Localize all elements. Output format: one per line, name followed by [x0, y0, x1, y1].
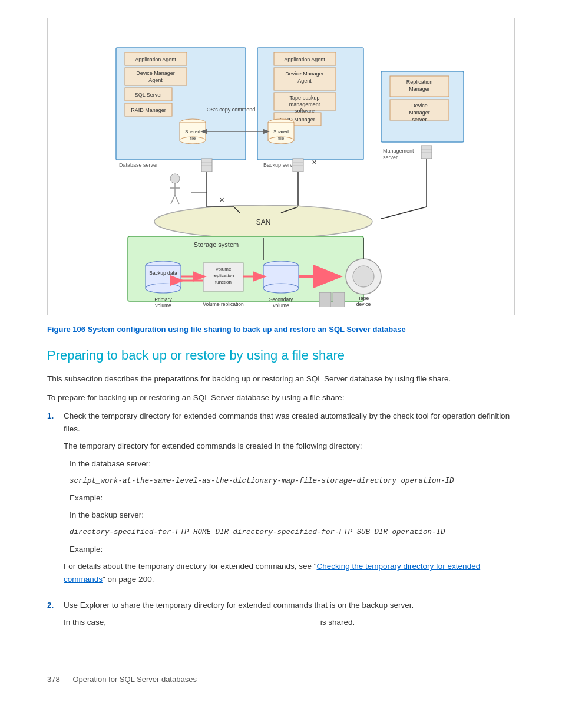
step-1-db-server: In the database server: script_work-at-t…: [70, 457, 515, 504]
step-2-detail-suffix: is shared.: [320, 618, 355, 627]
figure-caption: Figure 106 System configuration using fi…: [47, 325, 515, 334]
step-1-main: Check the temporary directory for extend…: [64, 410, 515, 435]
step-2-detail-text: In this case,: [64, 618, 106, 627]
svg-text:Tape: Tape: [358, 295, 369, 301]
svg-text:Storage system: Storage system: [194, 241, 239, 248]
backup-server-example: Example:: [70, 543, 515, 556]
db-server-label: In the database server:: [70, 457, 515, 470]
svg-text:Shared: Shared: [185, 129, 200, 134]
section-title: Preparing to back up or restore by using…: [47, 348, 515, 363]
step-1: 1. Check the temporary directory for ext…: [47, 410, 515, 590]
svg-text:Application Agent: Application Agent: [135, 57, 176, 62]
svg-text:Tape backup: Tape backup: [289, 95, 319, 101]
svg-text:Backup server: Backup server: [263, 162, 297, 168]
intro-1: This subsection describes the preparatio…: [47, 373, 515, 386]
step-2-detail: In this case, is shared.: [64, 616, 515, 629]
svg-text:Device Manager: Device Manager: [285, 71, 324, 77]
step-2: 2. Use Explorer to share the temporary d…: [47, 599, 515, 634]
footer-text: Operation for SQL Server databases: [72, 675, 197, 684]
svg-text:volume: volume: [273, 302, 289, 307]
svg-text:Database server: Database server: [119, 162, 158, 168]
svg-point-76: [146, 284, 181, 293]
svg-text:server: server: [412, 117, 427, 123]
svg-point-56: [170, 174, 180, 183]
svg-text:Volume replication: Volume replication: [203, 301, 244, 307]
svg-text:volume: volume: [155, 302, 171, 307]
svg-rect-16: [201, 159, 212, 172]
step-1-backup-server: In the backup server: directory-specifie…: [70, 509, 515, 555]
svg-text:Application Agent: Application Agent: [284, 57, 325, 62]
svg-text:file: file: [278, 136, 285, 141]
diagram-svg: Application Agent Device Manager Agent S…: [54, 24, 508, 307]
step-1-num: 1.: [47, 410, 58, 590]
svg-text:Backup data: Backup data: [149, 270, 177, 276]
step-1-detail2-prefix: For details about the temporary director…: [64, 562, 317, 571]
svg-text:function: function: [215, 279, 232, 285]
svg-text:Device Manager: Device Manager: [136, 70, 175, 76]
svg-text:Shared: Shared: [273, 129, 289, 134]
svg-text:SQL Server: SQL Server: [135, 92, 163, 98]
diagram-container: Application Agent Device Manager Agent S…: [47, 18, 515, 315]
step-1-detail2-suffix: " on page 200.: [103, 575, 154, 584]
svg-rect-53: [421, 146, 432, 159]
svg-text:device: device: [356, 301, 371, 307]
steps-list: 1. Check the temporary directory for ext…: [47, 410, 515, 634]
db-server-code: script_work-at-the-same-level-as-the-dic…: [70, 475, 515, 487]
svg-text:✕: ✕: [219, 196, 224, 203]
svg-text:Volume: Volume: [216, 266, 232, 272]
svg-text:replication: replication: [213, 273, 234, 278]
svg-line-59: [171, 195, 175, 204]
step-2-main: Use Explorer to share the temporary dire…: [64, 599, 515, 612]
step-1-detail1: The temporary directory for extended com…: [64, 440, 515, 453]
db-server-example: Example:: [70, 492, 515, 505]
svg-text:Management: Management: [383, 148, 414, 154]
svg-text:Primary: Primary: [154, 297, 172, 302]
svg-text:Secondary: Secondary: [269, 297, 293, 302]
intro-2: To prepare for backing up or restoring a…: [47, 391, 515, 404]
svg-text:RAID Manager: RAID Manager: [131, 107, 166, 113]
svg-rect-39: [293, 159, 303, 172]
svg-line-71: [381, 207, 427, 219]
svg-line-60: [175, 195, 179, 204]
svg-text:Manager: Manager: [409, 86, 430, 92]
svg-text:Manager: Manager: [409, 110, 430, 116]
svg-text:Agent: Agent: [148, 77, 163, 83]
footer: 378 Operation for SQL Server databases: [47, 669, 515, 684]
backup-server-label: In the backup server:: [70, 509, 515, 522]
page: Application Agent Device Manager Agent S…: [0, 0, 562, 707]
svg-text:OS's copy commend: OS's copy commend: [207, 107, 256, 113]
step-1-content: Check the temporary directory for extend…: [64, 410, 515, 590]
backup-server-code: directory-specified-for-FTP_HOME_DIR dir…: [70, 526, 515, 538]
step-1-detail2: For details about the temporary director…: [64, 560, 515, 585]
svg-text:Agent: Agent: [297, 78, 312, 84]
svg-text:management: management: [289, 101, 320, 107]
svg-point-88: [263, 284, 299, 293]
svg-text:Replication: Replication: [406, 79, 433, 85]
svg-point-96: [353, 266, 374, 287]
svg-text:✕: ✕: [312, 159, 317, 166]
footer-page-num: 378: [47, 675, 60, 684]
svg-rect-100: [333, 292, 345, 307]
svg-text:file: file: [190, 136, 196, 141]
step-2-content: Use Explorer to share the temporary dire…: [64, 599, 515, 634]
svg-rect-99: [319, 292, 331, 307]
svg-text:SAN: SAN: [256, 218, 271, 226]
svg-text:Device: Device: [411, 103, 428, 108]
svg-text:server: server: [383, 154, 398, 160]
section-body: This subsection describes the preparatio…: [47, 373, 515, 634]
step-2-num: 2.: [47, 599, 58, 634]
